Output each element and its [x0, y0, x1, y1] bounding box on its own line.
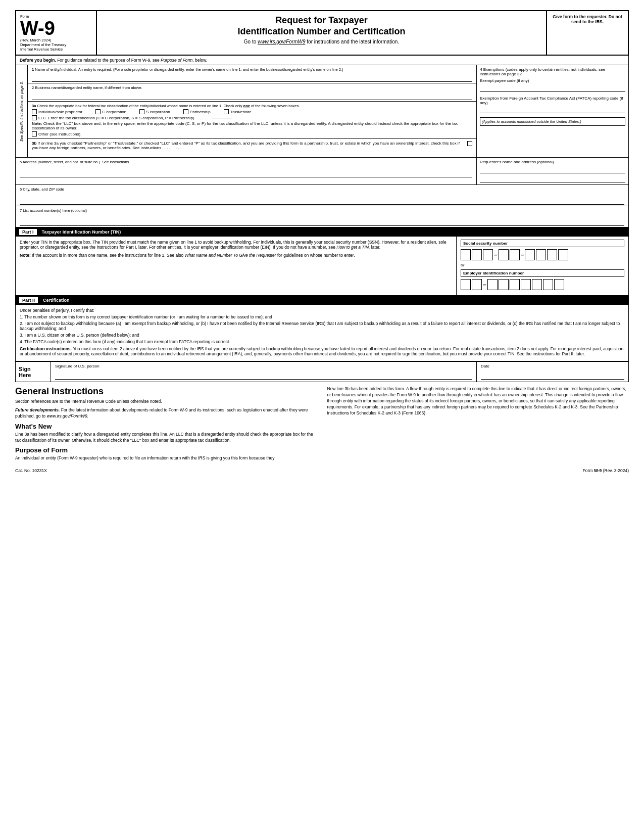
- part2-header: Part II Certification: [15, 296, 629, 305]
- cb-trust-label: Trust/estate: [230, 110, 252, 114]
- cb-partnership-label: Partnership: [190, 110, 211, 114]
- ssn-box2[interactable]: [472, 249, 482, 260]
- line3b-content: 3b If on line 3a you checked "Partnershi…: [32, 141, 472, 150]
- cb-other: Other (see instructions): [32, 131, 80, 136]
- ssn-box1[interactable]: [461, 249, 471, 260]
- line1-label: 1 Name of entity/individual. An entry is…: [32, 67, 472, 72]
- purpose-title: Purpose of Form: [15, 446, 317, 454]
- ssn-box7[interactable]: [536, 249, 546, 260]
- gen-para1: Section references are to the Internal R…: [15, 399, 317, 405]
- exempt-payee-input[interactable]: [480, 85, 625, 92]
- cb-ccorp-box[interactable]: [95, 109, 101, 114]
- form-header: Form W-9 (Rev. March 2024) Department of…: [15, 10, 629, 56]
- part1-header: Part I Taxpayer Identification Number (T…: [15, 227, 629, 237]
- ein-box5[interactable]: [510, 279, 520, 290]
- ein-label: Employer identification number: [461, 269, 624, 277]
- cb-trust-box[interactable]: [224, 109, 229, 114]
- line1-input[interactable]: [32, 74, 472, 82]
- ssn-box6[interactable]: [525, 249, 535, 260]
- line6-input[interactable]: [20, 195, 624, 205]
- tin-para: Enter your TIN in the appropriate box. T…: [20, 240, 452, 250]
- irs: Internal Revenue Service: [20, 47, 92, 52]
- form-title-line2: Identification Number and Certification: [102, 26, 541, 37]
- ein-box8[interactable]: [543, 279, 553, 290]
- cb-individual: Individual/sole proprietor: [32, 109, 82, 114]
- checkbox-row1: Individual/sole proprietor C corporation…: [32, 109, 472, 114]
- right-para: New line 3b has been added to this form.…: [327, 386, 629, 416]
- row-line1: See Specific Instructions on page 3. 1 N…: [16, 65, 628, 158]
- cb-scorp-label: S corporation: [146, 110, 170, 114]
- ein-box7[interactable]: [532, 279, 542, 290]
- line5-block: 5 Address (number, street, and apt. or s…: [16, 158, 476, 178]
- cb-ccorp: C corporation: [95, 109, 126, 114]
- signature-input[interactable]: [55, 368, 472, 380]
- row-line6: 6 City, state, and ZIP code: [16, 185, 628, 206]
- before-begin-text: For guidance related to the purpose of F…: [57, 58, 207, 63]
- note-3a: Note: Check the "LLC" box above and, in …: [32, 121, 472, 130]
- form-subtitle: Go to www.irs.gov/FormW9 for instruction…: [102, 39, 541, 44]
- line3b-checkbox[interactable]: [467, 141, 472, 146]
- requester-label: Requester's name and address (optional): [480, 160, 625, 164]
- tin-section: Enter your TIN in the appropriate box. T…: [15, 237, 629, 296]
- ein-box4[interactable]: [499, 279, 509, 290]
- before-begin-label: Before you begin.: [20, 58, 56, 63]
- requester-input[interactable]: [480, 166, 625, 173]
- sign-label: Sign Here: [16, 362, 51, 382]
- line1-block: 1 Name of entity/individual. An entry is…: [28, 65, 476, 83]
- form-title-line1: Request for Taxpayer: [102, 15, 541, 26]
- llc-input[interactable]: [212, 118, 232, 118]
- line3b-text: 3b If on line 3a you checked "Partnershi…: [32, 141, 465, 150]
- cb-other-box[interactable]: [32, 131, 37, 136]
- ein-box3[interactable]: [487, 279, 498, 290]
- row-line5: 5 Address (number, street, and apt. or s…: [16, 158, 628, 185]
- ssn-dash2: –: [521, 251, 524, 258]
- ein-box2[interactable]: [472, 279, 482, 290]
- cb-trust: Trust/estate: [224, 109, 252, 114]
- line7-block: 7 List account number(s) here (optional): [16, 206, 628, 227]
- fatca-input[interactable]: [480, 106, 625, 113]
- tin-boxes-section: Social security number – – or Employer i…: [457, 237, 628, 295]
- ssn-box8[interactable]: [547, 249, 557, 260]
- line1-section: See Specific Instructions on page 3. 1 N…: [16, 65, 477, 157]
- header-center: Request for Taxpayer Identification Numb…: [97, 11, 547, 55]
- line2-input[interactable]: [32, 92, 472, 100]
- purpose-text: An individual or entity (Form W-9 reques…: [15, 455, 317, 461]
- line2-label: 2 Business name/disregarded entity name,…: [32, 85, 472, 90]
- requester-input2[interactable]: [480, 175, 625, 182]
- line3a-label: 3a Check the appropriate box for federal…: [32, 104, 472, 108]
- footer: Cat. No. 10231X Form W-9 (Rev. 3-2024): [15, 468, 629, 473]
- cb-partnership-box[interactable]: [183, 109, 188, 114]
- ssn-box9[interactable]: [558, 249, 568, 260]
- under-penalties: Under penalties of perjury, I certify th…: [20, 308, 624, 313]
- requester-section: Requester's name and address (optional): [477, 158, 628, 184]
- ein-box1[interactable]: [461, 279, 471, 290]
- form-ref-bold: W-9: [594, 468, 602, 473]
- cert-instructions-label: Certification instructions.: [20, 346, 72, 351]
- cb-individual-box[interactable]: [32, 109, 37, 114]
- header-left: Form W-9 (Rev. March 2024) Department of…: [16, 11, 97, 55]
- checkbox-row3: Other (see instructions): [32, 131, 472, 136]
- form-number: W-9: [20, 19, 55, 38]
- part1-label: Part I: [19, 229, 37, 235]
- w9-form: Form W-9 (Rev. March 2024) Department of…: [0, 0, 644, 483]
- cb-llc-label: LLC. Enter the tax classification (C = C…: [38, 116, 194, 120]
- cb-llc-box[interactable]: [32, 115, 37, 120]
- ssn-box5[interactable]: [510, 249, 520, 260]
- line5-input[interactable]: [20, 167, 472, 177]
- ssn-box4[interactable]: [499, 249, 509, 260]
- ssn-box3[interactable]: [483, 249, 493, 260]
- general-left: General Instructions Section references …: [15, 386, 317, 464]
- part1-title: Taxpayer Identification Number (TIN): [42, 229, 121, 235]
- ssn-dash1: –: [494, 251, 498, 258]
- ein-box9[interactable]: [554, 279, 564, 290]
- cb-scorp-box[interactable]: [139, 109, 144, 114]
- date-input[interactable]: [481, 368, 624, 380]
- line5-section: 5 Address (number, street, and apt. or s…: [16, 158, 477, 184]
- before-begin: Before you begin. For guidance related t…: [15, 56, 629, 65]
- part2-title: Certification: [43, 298, 70, 303]
- ein-box6[interactable]: [521, 279, 531, 290]
- form-content: 1 Name of entity/individual. An entry is…: [28, 65, 476, 157]
- line7-input[interactable]: [20, 216, 624, 226]
- cb-partnership: Partnership: [183, 109, 211, 114]
- header-right: Give form to the requester. Do not send …: [547, 11, 628, 55]
